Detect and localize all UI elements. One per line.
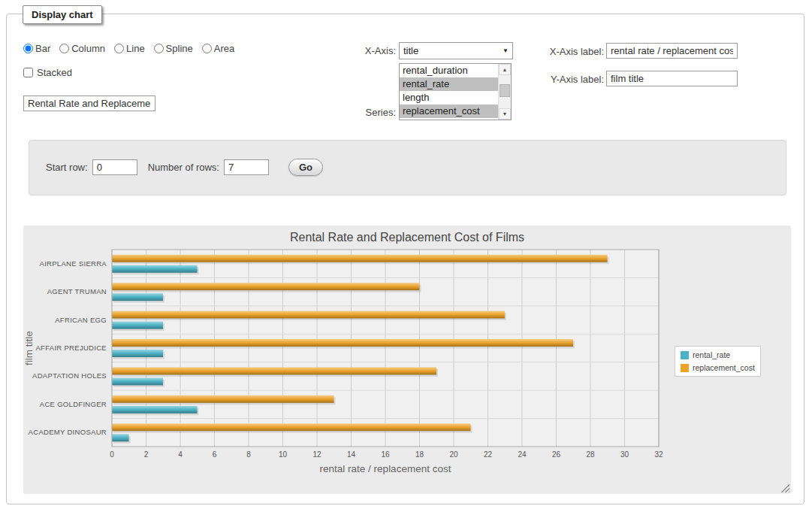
legend-swatch bbox=[681, 351, 689, 359]
x-tick-label: 28 bbox=[586, 450, 595, 459]
x-axis-label-label: X-Axis label: bbox=[533, 46, 604, 57]
bar-rental_rate bbox=[112, 406, 198, 414]
x-axis-select[interactable]: title bbox=[399, 42, 513, 59]
bar-rental_rate bbox=[112, 377, 163, 385]
chart-type-option-spline[interactable]: Spline bbox=[154, 43, 193, 54]
bar-replacement_cost bbox=[112, 311, 505, 319]
stacked-label: Stacked bbox=[37, 67, 72, 78]
chart-type-label: Line bbox=[126, 43, 145, 54]
x-tick-label: 6 bbox=[213, 450, 217, 459]
x-tick-label: 10 bbox=[279, 450, 288, 459]
chart-type-option-column[interactable]: Column bbox=[59, 43, 105, 54]
y-axis-title: film title bbox=[23, 331, 35, 365]
scrollbar-track[interactable] bbox=[499, 75, 511, 108]
display-chart-page: Display chart Bar Column Line Spline Are… bbox=[0, 0, 812, 512]
x-axis-select-label: X-Axis: bbox=[330, 45, 396, 56]
chart-title-input[interactable] bbox=[23, 95, 155, 111]
start-row-label: Start row: bbox=[46, 162, 88, 173]
legend-swatch bbox=[681, 364, 689, 372]
chart-title: Rental Rate and Replacement Cost of Film… bbox=[23, 231, 791, 244]
x-tick-label: 12 bbox=[312, 450, 321, 459]
x-axis-title: rental rate / replacement cost bbox=[320, 463, 451, 474]
x-tick-label: 20 bbox=[449, 450, 458, 459]
bar-replacement_cost bbox=[112, 255, 608, 262]
x-tick-label: 4 bbox=[178, 450, 183, 459]
num-rows-label: Number of rows: bbox=[148, 162, 219, 173]
x-tick-label: 32 bbox=[654, 450, 663, 459]
chart-type-radio-column[interactable] bbox=[59, 44, 69, 53]
chart-type-radio-spline[interactable] bbox=[154, 44, 164, 53]
chart-type-label: Column bbox=[71, 43, 105, 54]
legend-item: replacement_cost bbox=[681, 363, 755, 372]
y-axis-label-input[interactable] bbox=[606, 71, 738, 86]
rows-controls: Start row: Number of rows: Go bbox=[46, 159, 323, 176]
chart-type-radio-bar[interactable] bbox=[23, 44, 33, 53]
num-rows-input[interactable] bbox=[224, 159, 269, 175]
legend-label: replacement_cost bbox=[693, 363, 755, 372]
bar-rental_rate bbox=[112, 293, 163, 301]
x-tick-label: 2 bbox=[144, 450, 149, 459]
stacked-option[interactable]: Stacked bbox=[23, 67, 72, 78]
bar-replacement_cost bbox=[112, 283, 419, 290]
scrollbar-down-icon[interactable]: ▼ bbox=[499, 108, 511, 120]
category-label: ACADEMY DINOSAUR bbox=[29, 428, 107, 436]
x-tick-label: 0 bbox=[110, 450, 114, 459]
x-tick-label: 16 bbox=[381, 450, 390, 459]
category-label: AIRPLANE SIERRA bbox=[40, 259, 107, 268]
series-option[interactable]: length bbox=[400, 91, 498, 105]
bar-replacement_cost bbox=[112, 367, 436, 374]
chart-type-radio-area[interactable] bbox=[202, 44, 212, 53]
chart-type-option-area[interactable]: Area bbox=[202, 43, 234, 54]
bar-replacement_cost bbox=[112, 423, 471, 431]
category-label: AFRICAN EGG bbox=[55, 316, 107, 324]
legend-item: rental_rate bbox=[681, 350, 755, 359]
scrollbar-thumb[interactable] bbox=[500, 84, 510, 97]
chart-type-label: Bar bbox=[35, 43, 50, 54]
x-tick-label: 26 bbox=[552, 450, 561, 459]
series-option[interactable]: rental_duration bbox=[400, 64, 498, 77]
series-scrollbar[interactable]: ▲ ▼ bbox=[498, 64, 511, 120]
bar-rental_rate bbox=[112, 265, 198, 273]
stacked-checkbox[interactable] bbox=[23, 68, 33, 77]
chart-widget: Rental Rate and Replacement Cost of Film… bbox=[23, 226, 791, 494]
display-chart-fieldset: Display chart Bar Column Line Spline Are… bbox=[6, 14, 804, 504]
x-tick-label: 24 bbox=[518, 450, 527, 459]
x-axis-label-input[interactable] bbox=[606, 43, 738, 59]
x-tick-label: 18 bbox=[415, 450, 424, 459]
scrollbar-up-icon[interactable]: ▲ bbox=[499, 64, 511, 75]
series-listbox[interactable]: rental_duration rental_rate length repla… bbox=[399, 63, 512, 120]
y-axis-label-label: Y-Axis label: bbox=[533, 74, 604, 85]
chart-legend: rental_rate replacement_cost bbox=[675, 346, 761, 377]
chart-type-option-line[interactable]: Line bbox=[114, 43, 145, 54]
series-option[interactable]: replacement_cost bbox=[400, 105, 498, 118]
category-label: ADAPTATION HOLES bbox=[32, 371, 107, 380]
chart-type-label: Spline bbox=[166, 43, 193, 54]
x-axis-select-wrap: title ▼ bbox=[399, 42, 513, 59]
start-row-input[interactable] bbox=[92, 159, 137, 175]
bar-rental_rate bbox=[112, 350, 163, 357]
bar-replacement_cost bbox=[112, 339, 573, 347]
bar-rental_rate bbox=[112, 322, 163, 329]
legend-label: rental_rate bbox=[693, 350, 730, 359]
x-tick-label: 22 bbox=[484, 450, 493, 459]
category-label: ACE GOLDFINGER bbox=[40, 400, 107, 408]
x-tick-label: 14 bbox=[347, 450, 356, 459]
fieldset-legend: Display chart bbox=[23, 5, 102, 24]
bar-rental_rate bbox=[112, 434, 129, 441]
chart-type-option-bar[interactable]: Bar bbox=[23, 43, 50, 54]
series-select-label: Series: bbox=[330, 107, 396, 118]
rows-panel: Start row: Number of rows: Go bbox=[29, 140, 786, 195]
go-button[interactable]: Go bbox=[288, 159, 323, 176]
x-tick-label: 8 bbox=[246, 450, 251, 459]
series-option[interactable]: rental_rate bbox=[400, 77, 498, 91]
x-tick-label: 30 bbox=[620, 450, 629, 459]
bar-replacement_cost bbox=[112, 395, 334, 403]
chart-type-group: Bar Column Line Spline Area bbox=[23, 43, 243, 54]
series-options: rental_duration rental_rate length repla… bbox=[400, 64, 498, 120]
category-label: AGENT TRUMAN bbox=[47, 287, 107, 295]
category-label: AFFAIR PREJUDICE bbox=[35, 344, 107, 352]
chart-type-radio-line[interactable] bbox=[114, 44, 124, 53]
chart-type-label: Area bbox=[214, 43, 234, 54]
